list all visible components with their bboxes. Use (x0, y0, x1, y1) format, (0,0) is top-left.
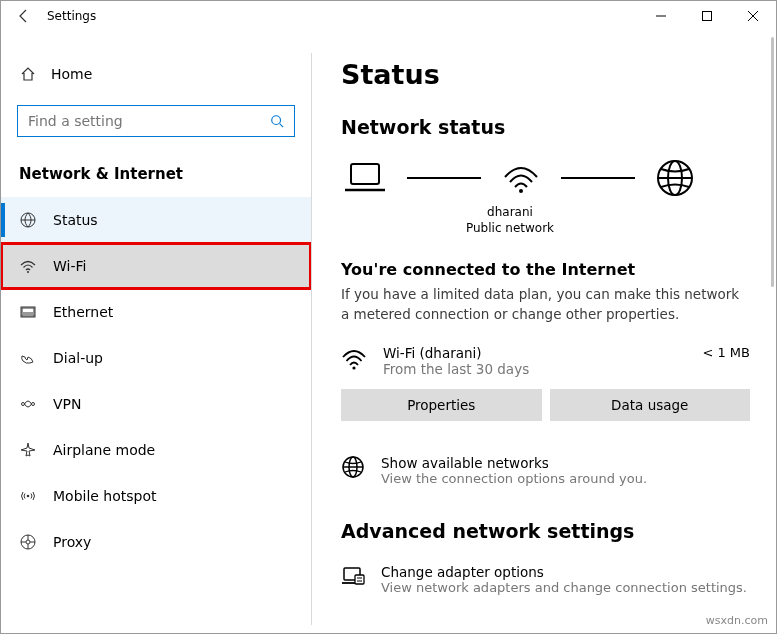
content-pane: Status Network status dharani (311, 31, 776, 633)
nav-item-status[interactable]: Status (1, 197, 311, 243)
connected-subtext: If you have a limited data plan, you can… (341, 285, 750, 324)
close-button[interactable] (730, 1, 776, 31)
show-networks-row[interactable]: Show available networks View the connect… (341, 455, 750, 486)
svg-rect-37 (355, 575, 364, 584)
back-button[interactable] (1, 8, 47, 24)
section-heading: Network & Internet (1, 137, 311, 197)
home-label: Home (51, 66, 92, 82)
sidebar: Home Network & Internet Status (1, 31, 311, 633)
network-entry: Wi-Fi (dharani) From the last 30 days < … (341, 345, 750, 377)
vpn-icon (19, 395, 37, 413)
adapter-sub: View network adapters and change connect… (381, 580, 747, 595)
arrow-left-icon (16, 8, 32, 24)
laptop-icon (343, 160, 387, 196)
hotspot-icon (19, 487, 37, 505)
show-networks-title: Show available networks (381, 455, 647, 471)
globe-small-icon (341, 455, 365, 479)
adapter-options-row[interactable]: Change adapter options View network adap… (341, 564, 750, 595)
nav-list: Status Wi-Fi Ethernet (1, 197, 311, 565)
nav-item-airplane[interactable]: Airplane mode (1, 427, 311, 473)
home-icon (19, 65, 37, 83)
watermark: wsxdn.com (706, 614, 768, 627)
page-title: Status (341, 59, 750, 90)
network-status-heading: Network status (341, 116, 750, 138)
nav-item-hotspot[interactable]: Mobile hotspot (1, 473, 311, 519)
search-box[interactable] (17, 105, 295, 137)
close-icon (748, 11, 758, 21)
nav-label: Status (53, 212, 98, 228)
connected-heading: You're connected to the Internet (341, 260, 750, 279)
nav-item-wifi[interactable]: Wi-Fi (1, 243, 311, 289)
diagram-wifi-sub: Public network (455, 220, 565, 236)
show-networks-sub: View the connection options around you. (381, 471, 647, 486)
wifi-diagram-icon (501, 161, 541, 195)
properties-button[interactable]: Properties (341, 389, 542, 421)
search-input[interactable] (26, 112, 268, 130)
nav-item-ethernet[interactable]: Ethernet (1, 289, 311, 335)
nav-label: VPN (53, 396, 82, 412)
proxy-icon (19, 533, 37, 551)
home-link[interactable]: Home (1, 57, 311, 91)
globe-icon (655, 158, 695, 198)
advanced-heading: Advanced network settings (341, 520, 750, 542)
minimize-icon (656, 11, 666, 21)
titlebar: Settings (1, 1, 776, 31)
window-title: Settings (47, 9, 96, 23)
svg-point-8 (27, 271, 29, 273)
airplane-icon (19, 441, 37, 459)
svg-rect-25 (351, 164, 379, 184)
search-icon (268, 112, 286, 130)
nav-label: Airplane mode (53, 442, 155, 458)
nav-label: Wi-Fi (53, 258, 86, 274)
status-icon (19, 211, 37, 229)
svg-point-20 (26, 540, 30, 544)
ethernet-icon (19, 303, 37, 321)
scrollbar[interactable] (771, 37, 774, 287)
diagram-connector (561, 177, 635, 179)
diagram-connector (407, 177, 481, 179)
nav-label: Ethernet (53, 304, 113, 320)
wifi-icon (19, 257, 37, 275)
nav-label: Dial-up (53, 350, 103, 366)
minimize-button[interactable] (638, 1, 684, 31)
svg-point-27 (519, 189, 523, 193)
network-sub: From the last 30 days (383, 361, 529, 377)
nav-item-dialup[interactable]: Dial-up (1, 335, 311, 381)
svg-point-4 (272, 116, 281, 125)
adapter-icon (341, 564, 365, 588)
nav-label: Mobile hotspot (53, 488, 157, 504)
maximize-icon (702, 11, 712, 21)
network-diagram (341, 152, 750, 200)
nav-item-proxy[interactable]: Proxy (1, 519, 311, 565)
svg-rect-1 (703, 12, 712, 21)
svg-point-31 (352, 366, 355, 369)
nav-label: Proxy (53, 534, 91, 550)
svg-point-17 (32, 403, 35, 406)
wifi-icon (341, 347, 367, 371)
svg-point-16 (22, 403, 25, 406)
data-usage-button[interactable]: Data usage (550, 389, 751, 421)
adapter-title: Change adapter options (381, 564, 747, 580)
svg-point-18 (27, 495, 30, 498)
diagram-wifi-name: dharani (455, 204, 565, 220)
nav-item-vpn[interactable]: VPN (1, 381, 311, 427)
network-usage: < 1 MB (702, 345, 750, 360)
settings-window: Settings Home N (0, 0, 777, 634)
maximize-button[interactable] (684, 1, 730, 31)
svg-line-5 (280, 124, 284, 128)
network-name: Wi-Fi (dharani) (383, 345, 529, 361)
dialup-icon (19, 349, 37, 367)
